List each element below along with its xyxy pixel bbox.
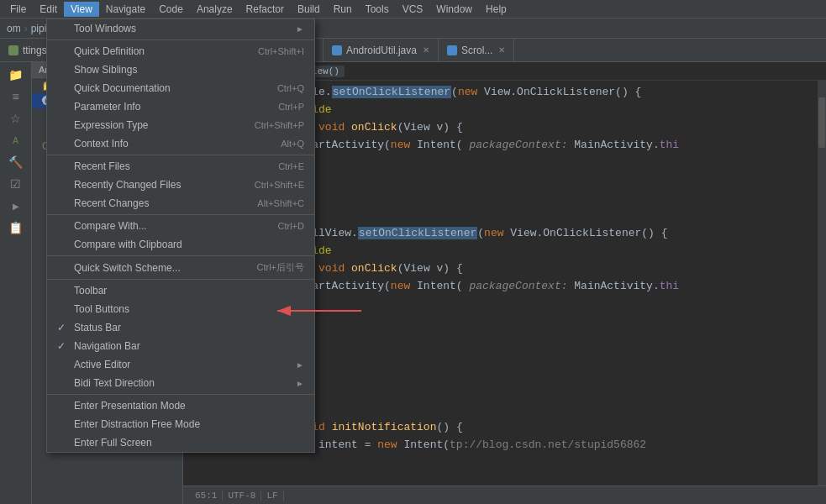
menu-code[interactable]: Code bbox=[152, 2, 190, 17]
menu-parameter-info[interactable]: Parameter Info Ctrl+P bbox=[47, 97, 314, 116]
menu-shortcut-rc: Alt+Shift+C bbox=[257, 198, 304, 208]
left-panel: 📁 ≡ ☆ A 🔨 ☑ ▶ 📋 bbox=[0, 62, 32, 504]
separator-6 bbox=[47, 394, 314, 395]
android-icon[interactable]: A bbox=[4, 131, 28, 150]
tab-androidutil[interactable]: AndroidUtil.java ✕ bbox=[324, 39, 439, 62]
separator-2 bbox=[47, 155, 314, 155]
breadcrumb-sep-1: › bbox=[24, 23, 28, 34]
separator-3 bbox=[47, 214, 314, 215]
todo-icon[interactable]: ☑ bbox=[4, 175, 28, 193]
menu-arrow-bidi: ► bbox=[296, 379, 304, 388]
structure-icon[interactable]: ≡ bbox=[4, 87, 28, 106]
status-line-col: 65:1 bbox=[190, 491, 223, 501]
menu-bidi-text[interactable]: Bidi Text Direction ► bbox=[47, 374, 314, 392]
menu-run[interactable]: Run bbox=[327, 2, 359, 17]
menu-tool-buttons[interactable]: Tool Buttons bbox=[47, 300, 314, 318]
menu-check-nb: ✓ bbox=[57, 340, 69, 352]
menu-quick-documentation[interactable]: Quick Documentation Ctrl+Q bbox=[47, 79, 314, 97]
scroll-thumb[interactable] bbox=[818, 97, 825, 148]
menu-file[interactable]: File bbox=[3, 2, 33, 17]
menu-navigate[interactable]: Navigate bbox=[99, 2, 152, 17]
menu-label-parameter-info: Parameter Info bbox=[74, 101, 140, 113]
menu-label-recent-changes: Recent Changes bbox=[74, 197, 149, 209]
menu-label-toolbar: Toolbar bbox=[74, 285, 107, 297]
menu-presentation-mode[interactable]: Enter Presentation Mode bbox=[47, 396, 314, 415]
project-icon[interactable]: 📁 bbox=[4, 66, 28, 84]
menu-label-recently-changed: Recently Changed Files bbox=[74, 179, 181, 191]
menu-analyze[interactable]: Analyze bbox=[190, 2, 239, 17]
menu-label-active-editor: Active Editor bbox=[74, 359, 130, 370]
logcat-icon[interactable]: ▶ bbox=[4, 197, 28, 215]
menu-check-sb: ✓ bbox=[57, 322, 69, 333]
menu-label-tool-buttons: Tool Buttons bbox=[74, 303, 129, 315]
tab-androidutil-label: AndroidUtil.java bbox=[346, 45, 417, 56]
menu-navigation-bar[interactable]: ✓ Navigation Bar bbox=[47, 337, 314, 355]
status-encoding: UTF-8 bbox=[223, 491, 261, 501]
menu-arrow-tool-windows: ► bbox=[296, 24, 304, 34]
menu-expression-type[interactable]: Expression Type Ctrl+Shift+P bbox=[47, 116, 314, 134]
build-icon[interactable]: 🔨 bbox=[4, 153, 28, 171]
tab-scrol[interactable]: Scrol... ✕ bbox=[439, 39, 514, 62]
menu-label-distraction-free: Enter Distraction Free Mode bbox=[74, 418, 200, 430]
menu-shortcut-qs: Ctrl+后引号 bbox=[256, 261, 304, 274]
breadcrumb-pipi[interactable]: pipi bbox=[31, 23, 47, 34]
menu-compare-clipboard[interactable]: Compare with Clipboard bbox=[47, 235, 314, 254]
menu-vcs[interactable]: VCS bbox=[396, 2, 430, 17]
menu-label-compare-clipboard: Compare with Clipboard bbox=[74, 239, 182, 250]
menu-active-editor[interactable]: Active Editor ► bbox=[47, 355, 314, 374]
menu-distraction-free[interactable]: Enter Distraction Free Mode bbox=[47, 415, 314, 433]
menu-shortcut-rcf: Ctrl+Shift+E bbox=[255, 180, 304, 190]
menu-view[interactable]: View bbox=[64, 2, 99, 17]
menu-quick-definition[interactable]: Quick Definition Ctrl+Shift+I bbox=[47, 42, 314, 60]
menu-shortcut-rf: Ctrl+E bbox=[278, 161, 304, 171]
menu-toolbar[interactable]: Toolbar bbox=[47, 281, 314, 300]
menu-recent-files[interactable]: Recent Files Ctrl+E bbox=[47, 157, 314, 176]
menu-build[interactable]: Build bbox=[291, 2, 327, 17]
menu-status-bar[interactable]: ✓ Status Bar bbox=[47, 318, 314, 337]
separator-5 bbox=[47, 279, 314, 280]
menu-label-status-bar: Status Bar bbox=[74, 322, 121, 333]
menu-refactor[interactable]: Refactor bbox=[239, 2, 291, 17]
menu-help[interactable]: Help bbox=[479, 2, 513, 17]
menu-label-full-screen: Enter Full Screen bbox=[74, 437, 152, 449]
androidutil-icon bbox=[332, 45, 342, 55]
menu-edit[interactable]: Edit bbox=[33, 2, 64, 17]
menu-label-recent-files: Recent Files bbox=[74, 160, 130, 172]
favorites-icon[interactable]: ☆ bbox=[4, 109, 28, 128]
tab-scrol-label: Scrol... bbox=[461, 45, 492, 56]
menu-shortcut-ctx: Alt+Q bbox=[281, 139, 304, 149]
menu-label-context-info: Context Info bbox=[74, 138, 129, 150]
menu-context-info[interactable]: Context Info Alt+Q bbox=[47, 134, 314, 153]
menubar: File Edit View Navigate Code Analyze Ref… bbox=[0, 0, 826, 18]
breadcrumb-om[interactable]: om bbox=[7, 23, 21, 34]
status-bar: 65:1 UTF-8 LF bbox=[183, 486, 826, 504]
menu-recent-changes[interactable]: Recent Changes Alt+Shift+C bbox=[47, 194, 314, 213]
menu-window[interactable]: Window bbox=[429, 2, 479, 17]
menu-label-quick-documentation: Quick Documentation bbox=[74, 82, 171, 94]
menu-compare-with[interactable]: Compare With... Ctrl+D bbox=[47, 217, 314, 235]
menu-label-compare-with: Compare With... bbox=[74, 220, 147, 232]
menu-tools[interactable]: Tools bbox=[359, 2, 396, 17]
menu-shortcut-qdoc: Ctrl+Q bbox=[277, 83, 304, 93]
menu-tool-windows[interactable]: Tool Windows ► bbox=[47, 19, 314, 38]
tab-scrol-close[interactable]: ✕ bbox=[498, 45, 505, 55]
menu-quick-switch[interactable]: Quick Switch Scheme... Ctrl+后引号 bbox=[47, 258, 314, 277]
separator-4 bbox=[47, 255, 314, 256]
menu-shortcut-param: Ctrl+P bbox=[278, 102, 304, 112]
menu-shortcut-expr: Ctrl+Shift+P bbox=[255, 120, 304, 130]
menu-recently-changed[interactable]: Recently Changed Files Ctrl+Shift+E bbox=[47, 176, 314, 194]
menu-label-quick-switch: Quick Switch Scheme... bbox=[74, 262, 181, 274]
tab-androidutil-close[interactable]: ✕ bbox=[423, 45, 429, 55]
menu-label-navigation-bar: Navigation Bar bbox=[74, 340, 140, 352]
scroll-track[interactable] bbox=[818, 81, 826, 486]
menu-label-presentation-mode: Enter Presentation Mode bbox=[74, 400, 186, 412]
menu-full-screen[interactable]: Enter Full Screen bbox=[47, 433, 314, 452]
menu-shortcut-qd: Ctrl+Shift+I bbox=[258, 46, 304, 56]
menu-label-show-siblings: Show Siblings bbox=[74, 64, 137, 76]
menu-label-quick-definition: Quick Definition bbox=[74, 45, 145, 57]
status-line-sep: LF bbox=[261, 491, 283, 501]
settings-gradle-icon bbox=[8, 45, 18, 55]
menu-show-siblings[interactable]: Show Siblings bbox=[47, 60, 314, 79]
menu-label-bidi-text: Bidi Text Direction bbox=[74, 377, 155, 389]
event-log-icon[interactable]: 📋 bbox=[4, 218, 28, 237]
